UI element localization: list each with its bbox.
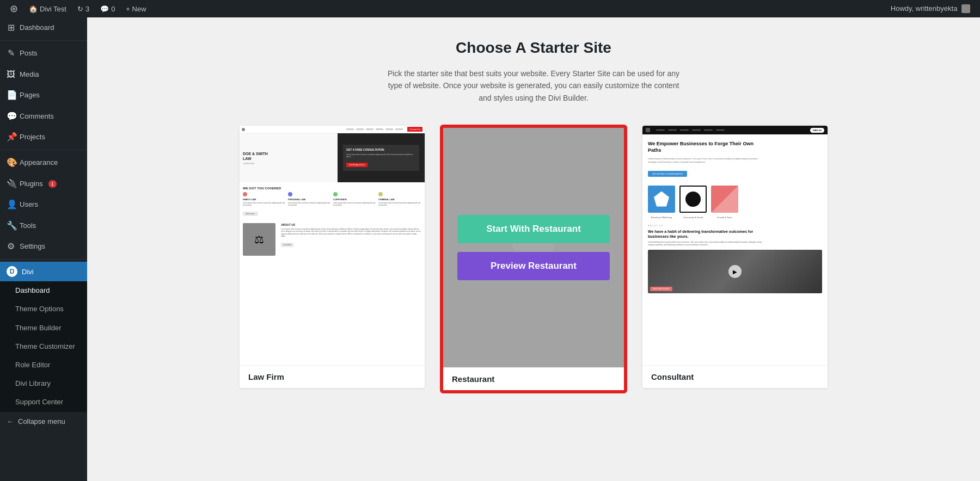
admin-bar-left: ⊛ 🏠 Divi Test ↻ 3 💬 0 + New — [4, 0, 885, 17]
users-icon: 👤 — [7, 199, 15, 211]
sidebar-item-role-editor[interactable]: Role Editor — [0, 356, 87, 374]
preview-restaurant-button[interactable]: Preview Restaurant — [457, 252, 610, 280]
howdy-text: Howdy, writtenbyekta — [885, 4, 976, 14]
collapse-menu[interactable]: ← Collapse menu — [0, 412, 87, 431]
page-description: Pick the starter site that best suits yo… — [381, 67, 686, 104]
new-item[interactable]: + New — [120, 0, 151, 17]
sidebar-label-settings: Settings — [20, 242, 45, 251]
sidebar-item-theme-customizer[interactable]: Theme Customizer — [0, 337, 87, 356]
sidebar-label-tools: Tools — [20, 221, 36, 231]
sidebar-item-appearance[interactable]: 🎨 Appearance — [0, 152, 87, 173]
template-card-consultant[interactable]: HIRE US We Empower Businesses to Forge T… — [642, 126, 828, 388]
dashboard-icon: ⊞ — [7, 22, 15, 34]
sidebar-label-comments: Comments — [20, 112, 54, 121]
site-name: Divi Test — [40, 5, 66, 13]
template-grid: Contact Us DOE & SMITHLAW LOREM IPSUM GE… — [120, 126, 947, 392]
sidebar-item-settings[interactable]: ⚙ Settings — [0, 236, 87, 257]
wp-logo-item[interactable]: ⊛ — [4, 0, 23, 17]
template-card-restaurant[interactable]: 🍽 Start With Restaurant Preview Restaura… — [441, 126, 626, 392]
sidebar-label-posts: Posts — [20, 48, 38, 58]
sidebar-item-divi[interactable]: D Divi — [0, 262, 87, 281]
admin-bar-right: Howdy, writtenbyekta — [885, 4, 976, 14]
updates-count: 3 — [85, 5, 89, 13]
sidebar-item-pages[interactable]: 📄 Pages — [0, 85, 87, 106]
plugins-icon: 🔌 — [7, 178, 15, 190]
page-title: Choose A Starter Site — [120, 39, 947, 57]
divi-logo: D — [7, 266, 17, 277]
sidebar-item-tools[interactable]: 🔧 Tools — [0, 215, 87, 236]
admin-bar: ⊛ 🏠 Divi Test ↻ 3 💬 0 + New Howdy, writt… — [0, 0, 980, 17]
main-layout: ⊞ Dashboard ✎ Posts 🖼 Media 📄 Pages 💬 Co… — [0, 17, 980, 481]
media-icon: 🖼 — [7, 69, 15, 81]
divi-label: Divi — [22, 268, 34, 276]
settings-icon: ⚙ — [7, 240, 15, 252]
sidebar-item-dashboard[interactable]: ⊞ Dashboard — [0, 17, 87, 38]
appearance-icon: 🎨 — [7, 157, 15, 169]
collapse-label: Collapse menu — [18, 417, 65, 425]
divi-letter: D — [10, 268, 15, 275]
new-label: + New — [126, 5, 146, 13]
content-area: Choose A Starter Site Pick the starter s… — [87, 17, 980, 481]
sidebar-label-dashboard: Dashboard — [20, 23, 54, 33]
divi-library-label: Divi Library — [15, 379, 51, 388]
sidebar-item-comments[interactable]: 💬 Comments — [0, 106, 87, 127]
posts-icon: ✎ — [7, 47, 15, 59]
restaurant-label: Restaurant — [443, 367, 624, 390]
sidebar-item-divi-library[interactable]: Divi Library — [0, 374, 87, 393]
collapse-icon: ← — [7, 417, 14, 425]
sidebar: ⊞ Dashboard ✎ Posts 🖼 Media 📄 Pages 💬 Co… — [0, 17, 87, 481]
wp-icon: ⊛ — [10, 3, 18, 15]
site-name-item[interactable]: 🏠 Divi Test — [23, 0, 72, 17]
user-avatar — [961, 4, 970, 13]
theme-builder-label: Theme Builder — [15, 323, 62, 333]
plugins-badge: 1 — [48, 180, 57, 188]
updates-item[interactable]: ↻ 3 — [72, 0, 95, 17]
consultant-preview: HIRE US We Empower Businesses to Forge T… — [642, 126, 828, 365]
updates-icon: ↻ — [77, 5, 83, 13]
law-firm-label: Law Firm — [240, 365, 425, 388]
sidebar-item-theme-options[interactable]: Theme Options — [0, 300, 87, 318]
sidebar-item-media[interactable]: 🖼 Media — [0, 64, 87, 85]
sidebar-item-theme-builder[interactable]: Theme Builder — [0, 319, 87, 337]
comments-icon: 💬 — [100, 5, 109, 13]
sidebar-item-posts[interactable]: ✎ Posts — [0, 43, 87, 64]
support-center-label: Support Center — [15, 397, 63, 407]
pages-icon: 📄 — [7, 89, 15, 101]
sidebar-item-plugins[interactable]: 🔌 Plugins 1 — [0, 174, 87, 194]
start-with-restaurant-button[interactable]: Start With Restaurant — [457, 215, 610, 243]
home-icon: 🏠 — [29, 5, 38, 13]
sidebar-item-divi-dashboard[interactable]: Dashboard — [0, 281, 87, 300]
comments-item[interactable]: 💬 0 — [95, 0, 120, 17]
law-firm-preview: Contact Us DOE & SMITHLAW LOREM IPSUM GE… — [240, 126, 425, 365]
consultant-label: Consultant — [642, 365, 828, 388]
restaurant-overlay: Start With Restaurant Preview Restaurant — [443, 128, 624, 367]
sidebar-label-appearance: Appearance — [20, 158, 58, 168]
divi-dashboard-label: Dashboard — [15, 286, 50, 295]
sidebar-label-pages: Pages — [20, 90, 40, 100]
comments-icon: 💬 — [7, 110, 15, 122]
theme-options-label: Theme Options — [15, 304, 64, 314]
sidebar-label-plugins: Plugins — [20, 179, 43, 189]
template-card-law-firm[interactable]: Contact Us DOE & SMITHLAW LOREM IPSUM GE… — [240, 126, 425, 388]
tools-icon: 🔧 — [7, 220, 15, 232]
restaurant-preview: 🍽 Start With Restaurant Preview Restaura… — [443, 128, 624, 367]
sidebar-item-support-center[interactable]: Support Center — [0, 393, 87, 411]
projects-icon: 📌 — [7, 131, 15, 143]
comments-count: 0 — [111, 5, 115, 13]
sidebar-label-projects: Projects — [20, 132, 45, 142]
sidebar-item-users[interactable]: 👤 Users — [0, 194, 87, 215]
sidebar-item-projects[interactable]: 📌 Projects — [0, 127, 87, 147]
sidebar-label-media: Media — [20, 70, 39, 79]
role-editor-label: Role Editor — [15, 360, 50, 370]
theme-customizer-label: Theme Customizer — [15, 342, 75, 351]
sidebar-label-users: Users — [20, 200, 38, 209]
